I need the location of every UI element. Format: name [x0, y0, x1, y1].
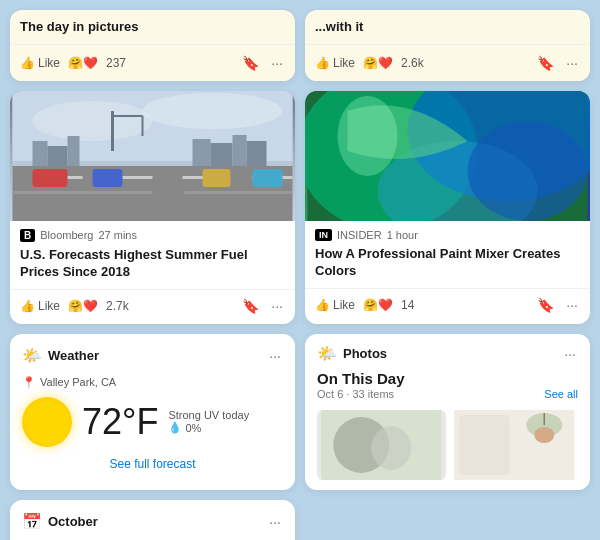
svg-rect-9 [233, 135, 247, 166]
more-button-top-left[interactable]: ··· [269, 53, 285, 73]
calendar-card: 📅 October ··· 6 7 8 9 › [10, 500, 295, 540]
bloomberg-news-card: B Bloomberg 27 mins U.S. Forecasts Highe… [10, 91, 295, 324]
insider-reactions: 🤗❤️ [363, 298, 393, 312]
more-button-top-right[interactable]: ··· [564, 53, 580, 73]
bloomberg-reactions: 🤗❤️ [68, 299, 98, 313]
svg-point-3 [143, 93, 283, 129]
like-label-right: Like [333, 56, 355, 70]
svg-rect-7 [193, 139, 211, 166]
weather-details: Strong UV today 💧 0% [168, 409, 249, 434]
svg-rect-8 [211, 143, 233, 166]
bloomberg-like-icon: 👍 [20, 299, 35, 313]
photos-header-left: 🌤️ Photos [317, 344, 387, 363]
svg-rect-10 [247, 141, 267, 166]
like-icon-right: 👍 [315, 56, 330, 70]
svg-point-2 [33, 101, 153, 141]
bloomberg-image [10, 91, 295, 221]
photo-thumb-1[interactable] [317, 410, 446, 480]
reactions-top-left: 🤗❤️ [68, 56, 98, 70]
calendar-month: October [48, 514, 98, 529]
insider-badge: IN [315, 229, 332, 241]
date-text: Oct 6 [317, 388, 343, 400]
forecast-link[interactable]: See full forecast [22, 457, 283, 471]
insider-more[interactable]: ··· [564, 295, 580, 315]
like-label: Like [38, 56, 60, 70]
photos-cloud-icon: 🌤️ [317, 344, 337, 363]
photos-card: 🌤️ Photos ··· On This Day Oct 6 · 33 ite… [305, 334, 590, 490]
location-text: Valley Park, CA [40, 376, 116, 388]
svg-point-42 [534, 427, 554, 443]
bloomberg-bookmark[interactable]: 🔖 [240, 296, 261, 316]
bloomberg-source: B Bloomberg 27 mins [20, 229, 285, 242]
bloomberg-like-button[interactable]: 👍 Like [20, 299, 60, 313]
insider-time: 1 hour [387, 229, 418, 241]
bookmark-button-top-left[interactable]: 🔖 [240, 53, 261, 73]
on-this-day-title: On This Day [317, 370, 578, 387]
svg-point-36 [371, 426, 411, 470]
spacer-bottom-right [305, 500, 590, 510]
location-icon: 📍 [22, 376, 36, 389]
main-grid: The day in pictures 👍 Like 🤗❤️ 237 🔖 ···… [0, 0, 600, 540]
temperature: 72°F [82, 401, 158, 443]
like-button-top-left[interactable]: 👍 Like [20, 56, 60, 70]
svg-rect-19 [153, 181, 185, 199]
photo-1-bg [317, 410, 446, 480]
weather-more-button[interactable]: ··· [267, 346, 283, 366]
calendar-more-button[interactable]: ··· [267, 512, 283, 532]
insider-title: How A Professional Paint Mixer Creates C… [315, 245, 580, 280]
insider-bookmark[interactable]: 🔖 [535, 295, 556, 315]
photos-grid [305, 404, 590, 490]
svg-rect-18 [93, 169, 123, 187]
like-button-top-right[interactable]: 👍 Like [315, 56, 355, 70]
see-all-link[interactable]: See all [544, 388, 578, 400]
top-card-right-title: ...with it [315, 18, 580, 36]
rain-icon: 💧 [168, 421, 182, 434]
calendar-icon: 📅 [22, 512, 42, 531]
calendar-title-row: 📅 October [22, 512, 98, 531]
count-text: 33 items [352, 388, 394, 400]
photo-thumb-2[interactable] [450, 410, 579, 480]
photos-more-button[interactable]: ··· [562, 344, 578, 364]
photos-title: Photos [343, 346, 387, 361]
on-this-day-section: On This Day Oct 6 · 33 items See all [305, 370, 590, 404]
top-card-right: ...with it 👍 Like 🤗❤️ 2.6k 🔖 ··· [305, 10, 590, 81]
insider-image [305, 91, 590, 221]
insider-source: IN INSIDER 1 hour [315, 229, 580, 241]
bloomberg-badge: B [20, 229, 35, 242]
top-card-left: The day in pictures 👍 Like 🤗❤️ 237 🔖 ··· [10, 10, 295, 81]
svg-point-29 [468, 121, 588, 221]
count-top-right: 2.6k [401, 56, 424, 70]
count-top-left: 237 [106, 56, 126, 70]
svg-rect-39 [459, 415, 509, 475]
top-card-left-title: The day in pictures [20, 18, 285, 36]
bookmark-button-top-right[interactable]: 🔖 [535, 53, 556, 73]
insider-news-card: IN INSIDER 1 hour How A Professional Pai… [305, 91, 590, 324]
bloomberg-title: U.S. Forecasts Highest Summer Fuel Price… [20, 246, 285, 281]
reactions-top-right: 🤗❤️ [363, 56, 393, 70]
precipitation: 0% [185, 422, 201, 434]
svg-point-30 [338, 96, 398, 176]
insider-count: 14 [401, 298, 414, 312]
photos-header: 🌤️ Photos ··· [305, 334, 590, 370]
bloomberg-count: 2.7k [106, 299, 129, 313]
svg-rect-4 [33, 141, 48, 166]
weather-header: 🌤️ Weather [22, 346, 99, 365]
insider-like-button[interactable]: 👍 Like [315, 298, 355, 312]
weather-condition: Strong UV today [168, 409, 249, 421]
sun-icon [22, 397, 72, 447]
bloomberg-more[interactable]: ··· [269, 296, 285, 316]
svg-rect-5 [48, 146, 68, 166]
like-icon: 👍 [20, 56, 35, 70]
svg-rect-20 [203, 169, 231, 187]
weather-title: Weather [48, 348, 99, 363]
weather-main: 72°F Strong UV today 💧 0% [22, 397, 283, 447]
bloomberg-source-name: Bloomberg [40, 229, 93, 241]
temp-value: 72 [82, 401, 122, 442]
svg-rect-21 [253, 169, 283, 187]
insider-body: IN INSIDER 1 hour How A Professional Pai… [305, 221, 590, 288]
weather-card: 🌤️ Weather ··· 📍 Valley Park, CA 72°F St… [10, 334, 295, 490]
bloomberg-like-label: Like [38, 299, 60, 313]
weather-location: 📍 Valley Park, CA [22, 376, 283, 389]
svg-rect-6 [68, 136, 80, 166]
calendar-header: 📅 October ··· [22, 512, 283, 532]
